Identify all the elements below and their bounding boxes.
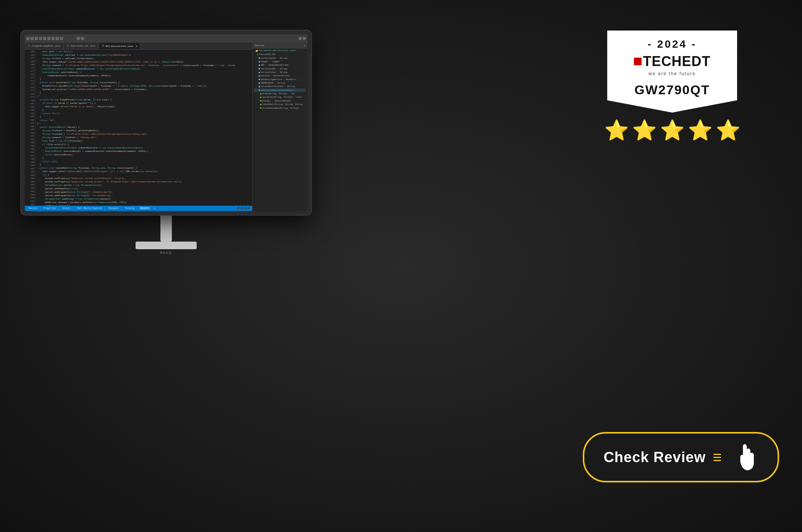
code-line: commandExecutor.executeCommand(command, … xyxy=(37,74,251,78)
monitor-bezel: ⬛ JingAnBridgeBean.java ⬛ Android32_Job.… xyxy=(21,31,311,215)
outline-item-field-mac[interactable]: macSettingService : MacSetti... xyxy=(254,78,306,81)
code-line: webDriver.manage().window().setSize(new … xyxy=(37,201,251,205)
cta-decoration xyxy=(713,454,721,461)
status-snippets[interactable]: Snippets xyxy=(107,207,120,210)
method-dot-icon xyxy=(260,93,262,95)
outline-item-field-logger[interactable]: logger : Logger xyxy=(254,60,306,63)
tab-ntu[interactable]: ⬛ NTU_PatientInfo.java ✕ xyxy=(99,43,141,49)
code-line: return executeResult; xyxy=(37,153,251,157)
outline-field-logger: logger : Logger xyxy=(261,60,280,63)
field-dot-icon xyxy=(259,75,260,77)
ide-main-area: ⬛ JingAnBridgeBean.java ⬛ Android32_Job.… xyxy=(25,43,307,211)
method-dot-icon xyxy=(260,104,262,105)
cta-label: Check Review xyxy=(603,449,706,466)
code-line: } xyxy=(37,92,251,95)
outline-item-field-svc[interactable]: service : ExtentService xyxy=(254,74,306,77)
method-dot-icon xyxy=(260,107,262,109)
folder-icon: 📁 xyxy=(255,49,258,53)
outline-field-label: resourcepath : String xyxy=(261,56,287,60)
outline-item-method-draw[interactable]: draw(String, String) : voi xyxy=(254,92,306,95)
star-5: ⭐ xyxy=(716,120,741,140)
status-terminal[interactable]: Terminal xyxy=(123,207,136,210)
ide-code-area: 1651661671681691701711721731741751761771… xyxy=(25,50,252,206)
outline-close-icon[interactable]: ✕ xyxy=(304,44,305,47)
code-line: String command = "c:/Program Files (x86)… xyxy=(37,64,251,68)
outline-item-method-scrnew[interactable]: ScreenshotNew(String, String) xyxy=(254,106,306,110)
brand-tagline-label: we are the future xyxy=(619,71,726,76)
ide-window: ⬛ JingAnBridgeBean.java ⬛ Android32_Job.… xyxy=(25,34,307,211)
outline-item-method-exec[interactable]: executeJobExecutionContext( xyxy=(254,89,306,92)
code-line: } xyxy=(37,78,251,81)
outline-field-st: serviceTotal : String xyxy=(261,71,287,74)
line-numbers: 1651661671681691701711721731741751761771… xyxy=(25,50,36,206)
toolbar-icon-3 xyxy=(35,37,38,40)
toolbar-icon-6 xyxy=(47,37,50,40)
code-line: DrawPicture.spinDDI((String)(resourcepat… xyxy=(37,85,251,88)
outline-item-field-si[interactable]: serviceIndex : String xyxy=(254,67,306,71)
code-line: SimpleDateFormat sdFormat = new SimpleDa… xyxy=(37,54,251,57)
hand-svg xyxy=(732,442,758,472)
status-search[interactable]: Search xyxy=(139,207,150,210)
field-dot-icon xyxy=(259,68,260,69)
outline-content: 📁 com.lmedtac.web.controller.sched ▶ And… xyxy=(252,48,307,111)
outline-field-mac: macSettingService : MacSetti... xyxy=(261,78,300,81)
ide-statusbar: Markers Properties Servers Data Source E… xyxy=(25,206,252,211)
outline-item-method-take[interactable]: takeAShot(String, String, String xyxy=(254,103,306,106)
code-line: String filename = "c:/Program Files (x86… xyxy=(37,133,251,136)
toolbar-icon-8 xyxy=(56,37,59,40)
cta-line-3 xyxy=(713,460,721,461)
monitor-stand-neck xyxy=(160,215,172,242)
check-review-button[interactable]: Check Review xyxy=(583,432,779,482)
code-line: return null; xyxy=(37,160,251,164)
status-servers[interactable]: Servers xyxy=(61,207,73,210)
toolbar-icon-9 xyxy=(60,37,63,40)
status-properties[interactable]: Properties xyxy=(42,207,58,210)
code-line: String command = filePath + "/delog.bat"… xyxy=(37,136,251,140)
star-1: ⭐ xyxy=(604,120,629,140)
code-line: public void spindraw(String filename, St… xyxy=(37,81,251,85)
outline-item-field-st[interactable]: serviceTotal : String xyxy=(254,71,306,74)
code-line: this.logger.error("Param {} is empty", (… xyxy=(37,105,251,109)
outline-item-field-sdf[interactable]: SDF : SimpleDateFormat xyxy=(254,63,306,67)
code-line: } xyxy=(37,157,251,160)
code-line: option.setHeadless(true); xyxy=(37,187,251,191)
outline-item-method-delog[interactable]: deLog() : ExecuteResult xyxy=(254,99,306,103)
monitor: ⬛ JingAnBridgeBean.java ⬛ Android32_Job.… xyxy=(21,31,311,256)
status-datasource[interactable]: Data Source Explorer xyxy=(76,207,104,210)
code-line: System.setProperty("webdriver.chrome.dri… xyxy=(37,181,251,184)
status-search-close[interactable]: ✕ xyxy=(154,207,155,210)
outline-item-field-a32[interactable]: ANDROID32P : String xyxy=(254,81,306,85)
field-dot-icon xyxy=(259,79,260,80)
hand-cursor-icon xyxy=(732,442,758,472)
code-line: LocalCommandExecutorImpl commandExecutor… xyxy=(37,68,251,71)
method-dot-icon xyxy=(260,97,262,98)
ide-tabs: ⬛ JingAnBridgeBean.java ⬛ Android32_Job.… xyxy=(25,43,252,50)
outline-field-a32: ANDROID32P : String xyxy=(261,81,285,85)
toolbar-icon-7 xyxy=(52,37,55,40)
code-line: ExecuteResult executeResult = xyxy=(37,71,251,74)
code-line: }*/ xyxy=(37,123,251,126)
outline-field-si: serviceIndex : String xyxy=(261,67,287,71)
outline-field-svc: service : ExtentService xyxy=(261,74,290,77)
code-line: this.logger.info("\u09cb\u005c\u5934\u71… xyxy=(37,170,251,174)
outline-item-package: 📁 com.lmedtac.web.controller.sched xyxy=(254,49,306,53)
outline-item-field[interactable]: resourcepath : String xyxy=(254,56,306,60)
code-line: return "err"; xyxy=(37,112,251,116)
status-markers[interactable]: Markers xyxy=(27,207,39,210)
code-line: } xyxy=(37,109,251,112)
outline-item-field-stp[interactable]: ScreenShotToolPath : String xyxy=(254,85,306,88)
outline-method-take: takeAShot(String, String, String xyxy=(262,103,303,106)
method-dot-icon xyxy=(260,100,262,102)
outline-item-class[interactable]: ▶ Android32_Job xyxy=(254,53,306,56)
code-line: ExecuteResult executeResult = commandExe… xyxy=(37,150,251,153)
outline-method-spin: spindraw(String, String) : void xyxy=(262,95,301,99)
monitor-brand-label: BenQ xyxy=(21,249,311,256)
tab-android32[interactable]: ⬛ Android32_Job.java xyxy=(64,43,99,49)
field-dot-icon xyxy=(259,61,260,63)
outline-item-method-spin[interactable]: spindraw(String, String) : void xyxy=(254,95,306,99)
cta-line-2 xyxy=(713,457,721,458)
tab-jingan[interactable]: ⬛ JingAnBridgeBean.java xyxy=(25,43,64,49)
status-icons: ⬛ ⬛ ⬛ ⬛ xyxy=(237,207,250,210)
star-2: ⭐ xyxy=(632,120,657,140)
code-line: String filePath = PathUtil.getConfigPath… xyxy=(37,129,251,133)
